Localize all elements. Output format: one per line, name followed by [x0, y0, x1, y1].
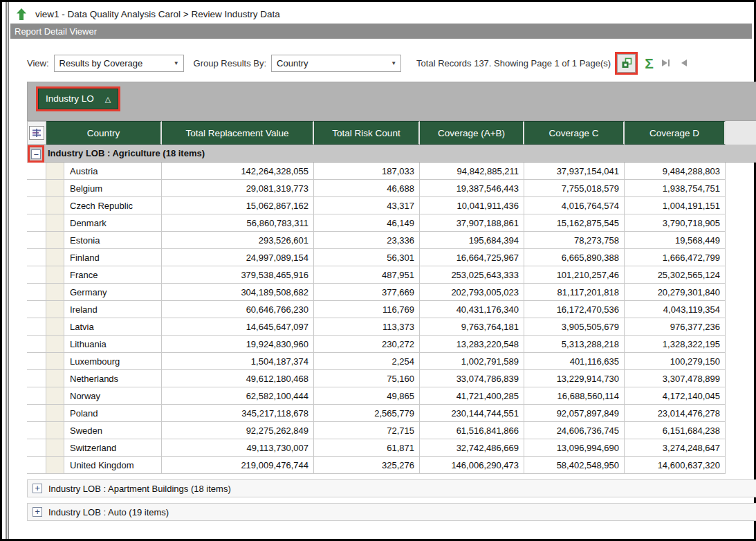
- column-header-country[interactable]: Country: [46, 121, 162, 145]
- value-cell: 304,189,508,682: [162, 284, 314, 301]
- column-header-total-replacement-value[interactable]: Total Replacement Value: [162, 121, 314, 145]
- expand-icon[interactable]: +: [33, 484, 42, 493]
- table-row[interactable]: Latvia14,645,647,097113,3739,763,764,181…: [27, 318, 726, 336]
- value-cell: 293,526,601: [162, 232, 314, 249]
- value-cell: 2,565,779: [314, 405, 420, 422]
- value-cell: 187,033: [314, 163, 420, 180]
- row-gap-cell: [27, 163, 46, 180]
- value-cell: 146,006,290,473: [420, 457, 524, 474]
- collapse-icon[interactable]: −: [31, 149, 41, 159]
- value-cell: 195,684,394: [420, 232, 524, 249]
- row-gap-cell: [27, 284, 46, 301]
- table-row[interactable]: Norway62,582,100,44449,86541,721,400,285…: [27, 387, 726, 405]
- group-by-dropdown[interactable]: Country ▼: [271, 55, 401, 72]
- column-header-total-risk-count[interactable]: Total Risk Count: [314, 121, 420, 145]
- row-gap-cell: [27, 387, 46, 405]
- previous-page-button[interactable]: [678, 57, 690, 68]
- value-cell: 33,074,786,839: [420, 370, 524, 387]
- value-cell: 62,582,100,444: [162, 387, 314, 405]
- table-row[interactable]: Poland345,217,118,6782,565,779230,144,74…: [27, 405, 726, 422]
- value-cell: 23,014,476,278: [625, 405, 726, 422]
- table-row[interactable]: Czech Republic15,062,867,16243,31710,041…: [27, 197, 726, 214]
- value-cell: 19,568,449: [625, 232, 726, 249]
- table-body: −Industry LOB : Agriculture (18 items)Au…: [27, 145, 756, 521]
- row-indicator: [46, 284, 64, 301]
- expand-icon[interactable]: +: [33, 507, 42, 517]
- table-row[interactable]: Finland24,997,089,15456,30116,664,725,96…: [27, 249, 726, 266]
- value-cell: 4,172,140,045: [625, 387, 726, 405]
- table-row[interactable]: Sweden92,275,262,84972,71561,516,841,866…: [27, 422, 726, 439]
- up-arrow-icon: [16, 8, 27, 20]
- country-cell: Poland: [64, 405, 162, 422]
- column-header-coverage-d[interactable]: Coverage D: [625, 121, 726, 145]
- country-cell: United Kingdom: [64, 457, 162, 474]
- row-gap-cell: [27, 249, 46, 266]
- row-gap-cell: [27, 180, 46, 197]
- value-cell: 230,144,744,551: [420, 405, 524, 422]
- row-indicator: [46, 370, 64, 387]
- group-chip-industry-lob[interactable]: Industry LO △: [38, 89, 118, 109]
- annotation-box-chip: Industry LO △: [36, 86, 120, 111]
- column-header-coverage-c[interactable]: Coverage C: [524, 121, 625, 145]
- country-cell: Austria: [64, 163, 162, 180]
- table-row[interactable]: Ireland60,646,766,230116,76940,431,176,3…: [27, 301, 726, 318]
- country-cell: Luxembourg: [64, 353, 162, 370]
- value-cell: 142,264,328,055: [162, 163, 314, 180]
- table-row[interactable]: Switzerland49,113,730,00761,87132,742,48…: [27, 439, 726, 457]
- customize-columns-button[interactable]: [29, 126, 44, 140]
- group-by-dropdown-value: Country: [277, 58, 308, 68]
- view-dropdown[interactable]: Results by Coverage ▼: [54, 55, 184, 72]
- table-row[interactable]: Netherlands49,612,180,46875,16033,074,78…: [27, 370, 726, 387]
- row-gap-cell: [27, 266, 46, 284]
- table-row[interactable]: Lithuania19,924,830,960230,27213,283,220…: [27, 336, 726, 353]
- table-row[interactable]: Belgium29,081,319,77346,68819,387,546,44…: [27, 180, 726, 197]
- value-cell: 46,149: [314, 214, 420, 232]
- group-row[interactable]: +Industry LOB : Auto (19 items): [27, 503, 756, 521]
- row-indicator: [46, 249, 64, 266]
- value-cell: 2,254: [314, 353, 420, 370]
- value-cell: 976,377,236: [625, 318, 726, 336]
- row-indicator: [46, 336, 64, 353]
- table-row[interactable]: Austria142,264,328,055187,03394,842,885,…: [27, 163, 726, 180]
- records-status-text: Total Records 137. Showing Page 1 of 1 P…: [416, 58, 611, 68]
- country-cell: Finland: [64, 249, 162, 266]
- row-indicator: [46, 405, 64, 422]
- column-header-coverage-ab[interactable]: Coverage (A+B): [420, 121, 524, 145]
- toolbar-icons: Σ: [615, 52, 690, 75]
- table-row[interactable]: Germany304,189,508,682377,669202,793,005…: [27, 284, 726, 301]
- row-indicator: [46, 266, 64, 284]
- value-cell: 1,504,187,374: [162, 353, 314, 370]
- table-row[interactable]: Estonia293,526,60123,336195,684,39478,27…: [27, 232, 726, 249]
- country-cell: Netherlands: [64, 370, 162, 387]
- value-cell: 29,081,319,773: [162, 180, 314, 197]
- value-cell: 61,871: [314, 439, 420, 457]
- table-row[interactable]: Luxembourg1,504,187,3742,2541,002,791,58…: [27, 353, 726, 370]
- value-cell: 37,937,154,041: [524, 163, 625, 180]
- group-row[interactable]: −Industry LOB : Agriculture (18 items): [27, 145, 756, 163]
- value-cell: 23,336: [314, 232, 420, 249]
- report-detail-viewer-header: Report Detail Viewer: [10, 24, 752, 39]
- country-cell: Denmark: [64, 214, 162, 232]
- row-indicator: [46, 422, 64, 439]
- row-gap-cell: [27, 301, 46, 318]
- value-cell: 16,172,470,536: [524, 301, 625, 318]
- value-cell: 25,302,565,124: [625, 266, 726, 284]
- value-cell: 49,612,180,468: [162, 370, 314, 387]
- last-page-button[interactable]: [661, 57, 672, 68]
- table-row[interactable]: France379,538,465,916487,951253,025,643,…: [27, 266, 726, 284]
- value-cell: 1,328,322,195: [625, 336, 726, 353]
- export-button[interactable]: [617, 54, 636, 73]
- value-cell: 43,317: [314, 197, 420, 214]
- country-cell: Ireland: [64, 301, 162, 318]
- table-row[interactable]: Denmark56,860,783,31146,14937,907,188,86…: [27, 214, 726, 232]
- table-row[interactable]: United Kingdom219,009,476,744325,276146,…: [27, 457, 726, 474]
- value-cell: 13,229,914,730: [524, 370, 625, 387]
- row-gap-cell: [27, 457, 46, 474]
- value-cell: 325,276: [314, 457, 420, 474]
- sum-button[interactable]: Σ: [643, 56, 655, 71]
- annotation-box-export: [615, 52, 638, 75]
- value-cell: 92,275,262,849: [162, 422, 314, 439]
- group-row-label: Industry LOB : Apartment Buildings (18 i…: [48, 484, 231, 494]
- country-cell: Latvia: [64, 318, 162, 336]
- group-row[interactable]: +Industry LOB : Apartment Buildings (18 …: [27, 479, 756, 497]
